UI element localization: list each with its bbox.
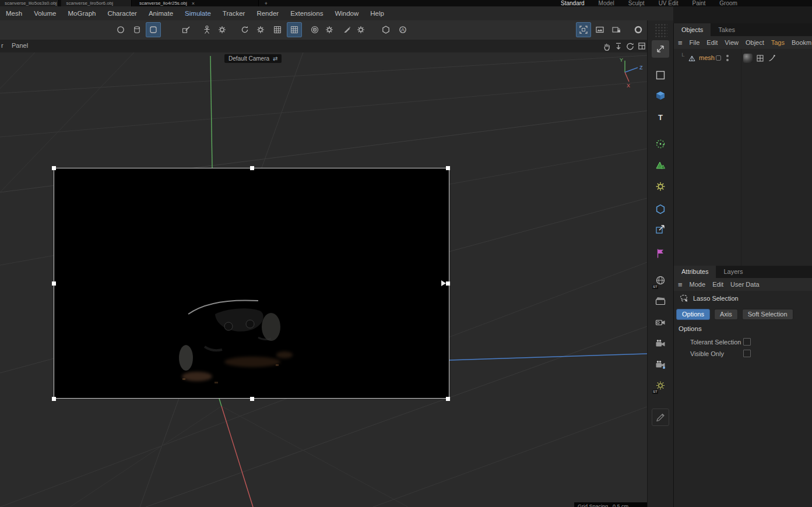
material-tag-icon[interactable] <box>743 54 753 63</box>
interactive-render-region[interactable] <box>54 168 449 399</box>
knife-settings-gear-icon[interactable] <box>353 22 368 37</box>
mesh-object-icon[interactable] <box>688 54 696 62</box>
document-tab-active[interactable]: scanverse_lio4r25s.obj × <box>135 0 259 6</box>
tab-takes[interactable]: Takes <box>711 23 743 36</box>
object-row-mesh[interactable]: └ mesh <box>674 52 812 64</box>
texture-axis-mode-icon[interactable] <box>652 221 669 238</box>
annotation-icon[interactable]: A <box>395 22 410 37</box>
layout-tab-paint[interactable]: Paint <box>686 0 713 6</box>
hamburger-icon[interactable]: ≡ <box>674 280 686 289</box>
make-editable-icon[interactable] <box>652 40 669 58</box>
viewport-3d[interactable]: Default Camera ⇄ Y Z X <box>0 52 647 507</box>
render-quality-arrow[interactable] <box>441 280 446 286</box>
menu-extensions[interactable]: Extensions <box>284 10 329 17</box>
resize-handle-ne[interactable] <box>446 166 450 170</box>
options-button[interactable]: Options <box>676 309 710 320</box>
menu-volume[interactable]: Volume <box>28 10 62 17</box>
menu-window[interactable]: Window <box>329 10 364 17</box>
visibility-dots-icon[interactable] <box>726 54 729 62</box>
snap-settings-gear-icon[interactable] <box>652 178 669 195</box>
cylinder-icon[interactable] <box>129 22 145 37</box>
render-view-icon[interactable] <box>592 22 607 37</box>
stage-light-icon[interactable]: ST <box>652 377 669 395</box>
pan-hand-icon[interactable] <box>602 41 611 51</box>
document-tab[interactable]: scanverse_liro5or6.obj <box>61 0 132 6</box>
quantize-grid-icon[interactable] <box>287 22 302 37</box>
annotate-pencil-icon[interactable] <box>652 409 669 426</box>
cloth-tile-icon[interactable] <box>146 22 161 37</box>
camera-swap-icon[interactable]: ⇄ <box>273 55 277 62</box>
resize-handle-se[interactable] <box>446 397 450 401</box>
objects-menu-tags[interactable]: Tags <box>768 39 788 46</box>
hamburger-icon[interactable]: ≡ <box>674 38 686 47</box>
axis-button[interactable]: Axis <box>714 309 738 320</box>
camera-icon[interactable] <box>652 335 669 353</box>
hexagon-icon[interactable] <box>378 22 393 37</box>
object-name[interactable]: mesh <box>699 54 715 61</box>
phong-tag-icon[interactable] <box>768 54 776 62</box>
workplane-mode-icon[interactable] <box>652 200 669 218</box>
team-render-ring-icon[interactable] <box>631 22 646 37</box>
model-mode-icon[interactable] <box>652 66 669 84</box>
stage-clapperboard-icon[interactable] <box>652 292 669 309</box>
grid-icon[interactable] <box>270 22 285 37</box>
menu-mograph[interactable]: MoGraph <box>62 10 101 17</box>
character-settings-gear-icon[interactable] <box>215 22 230 37</box>
column-divider[interactable] <box>741 49 741 266</box>
attributes-menu-mode[interactable]: Mode <box>686 281 709 288</box>
menu-animate[interactable]: Animate <box>143 10 179 17</box>
tab-attributes[interactable]: Attributes <box>674 266 716 278</box>
resize-handle-n[interactable] <box>250 166 254 170</box>
target-settings-gear-icon[interactable] <box>322 22 337 37</box>
layout-tab-groom[interactable]: Groom <box>712 0 744 6</box>
layout-tab-model[interactable]: Model <box>592 0 621 6</box>
dynamics-sphere-icon[interactable] <box>113 22 128 37</box>
layout-tab-uvedit[interactable]: UV Edit <box>652 0 686 6</box>
menu-character[interactable]: Character <box>101 10 143 17</box>
dolly-zoom-icon[interactable] <box>614 41 623 51</box>
texture-mode-icon[interactable]: T <box>652 108 669 126</box>
layout-tab-sculpt[interactable]: Sculpt <box>621 0 652 6</box>
objects-menu-edit[interactable]: Edit <box>703 39 721 46</box>
objects-menu-object[interactable]: Object <box>742 39 768 46</box>
close-tab-icon[interactable]: × <box>192 1 195 6</box>
cloth-pen-icon[interactable] <box>178 22 194 37</box>
layout-tab-standard[interactable]: Standard <box>554 0 592 6</box>
resize-handle-nw[interactable] <box>52 166 56 170</box>
axis-gizmo[interactable]: Y Z X <box>610 56 647 90</box>
camera-alt-icon[interactable] <box>652 356 669 374</box>
resize-handle-e[interactable] <box>446 281 450 286</box>
viewport-menu-panel[interactable]: Panel <box>12 42 28 49</box>
toggle-view-icon[interactable] <box>637 41 646 51</box>
objects-menu-bookmarks[interactable]: Bookm <box>788 39 812 46</box>
objects-menu-file[interactable]: File <box>686 39 704 46</box>
tab-objects[interactable]: Objects <box>674 23 711 36</box>
interactive-render-region-icon[interactable] <box>576 22 591 37</box>
menu-simulate[interactable]: Simulate <box>179 10 217 17</box>
resize-handle-w[interactable] <box>52 281 56 286</box>
document-tab[interactable]: scanverse_lilo5os3s0.obj <box>0 0 59 6</box>
solo-flag-icon[interactable] <box>652 245 669 262</box>
attributes-menu-userdata[interactable]: User Data <box>727 281 763 288</box>
menu-tracker[interactable]: Tracker <box>217 10 251 17</box>
object-mode-icon[interactable] <box>652 87 669 105</box>
menu-render[interactable]: Render <box>251 10 284 17</box>
menu-mesh[interactable]: Mesh <box>0 10 28 17</box>
tab-layers[interactable]: Layers <box>716 266 750 278</box>
soft-selection-button[interactable]: Soft Selection <box>742 309 793 320</box>
objects-menu-view[interactable]: View <box>721 39 742 46</box>
visible-only-checkbox[interactable] <box>743 350 751 357</box>
uvw-tag-icon[interactable] <box>756 54 764 62</box>
new-document-tab-button[interactable]: + <box>261 0 270 6</box>
rotation-tool-icon[interactable] <box>237 22 252 37</box>
target-icon[interactable] <box>307 22 322 37</box>
resize-handle-sw[interactable] <box>52 397 56 401</box>
simulation-scene-globe-icon[interactable]: ST <box>652 272 669 290</box>
palette-drag-grip[interactable] <box>655 23 667 37</box>
tolerant-selection-checkbox[interactable] <box>743 338 751 346</box>
resize-handle-s[interactable] <box>250 397 254 401</box>
points-mode-icon[interactable] <box>652 135 669 153</box>
camera-label[interactable]: Default Camera ⇄ <box>224 54 282 63</box>
attributes-menu-edit[interactable]: Edit <box>709 281 727 288</box>
layer-chip-icon[interactable] <box>716 55 721 61</box>
